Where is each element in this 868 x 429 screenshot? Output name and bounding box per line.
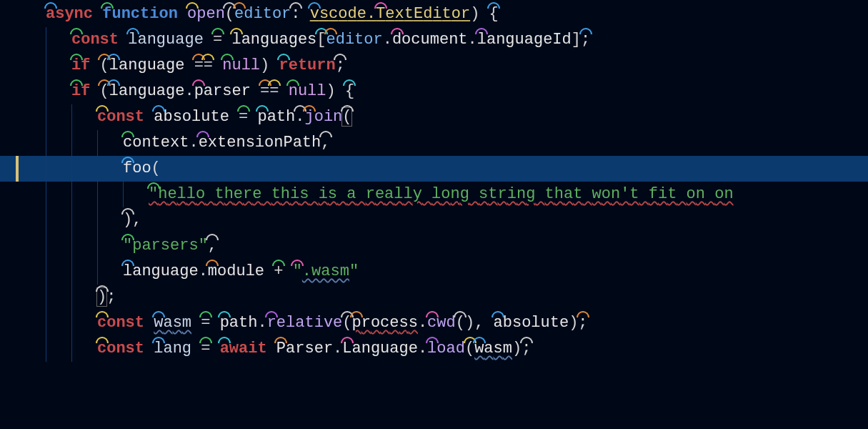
code-line[interactable]: context.extensionPath, — [0, 130, 868, 156]
code-line[interactable]: foo( — [0, 156, 868, 182]
code-line[interactable]: async function open(editor: vscode.TextE… — [0, 1, 868, 27]
code-line[interactable]: language.module + ".wasm" — [0, 259, 868, 285]
code-line[interactable]: const absolute = path.join( — [0, 104, 868, 130]
code-token: ( — [151, 159, 161, 177]
code-line[interactable]: if (language == null) return; — [0, 53, 868, 79]
code-line[interactable]: if (language.parser == null) { — [0, 79, 868, 104]
code-line[interactable]: "parsers", — [0, 233, 868, 259]
code-token: " — [349, 262, 359, 280]
code-token: ) — [326, 82, 335, 100]
code-line[interactable]: "hello there this is a really long strin… — [0, 182, 868, 207]
code-line[interactable]: const language = languages[editor.docume… — [0, 27, 868, 53]
code-line[interactable]: const lang = await Parser.Language.load(… — [0, 336, 868, 362]
code-token: , — [474, 314, 484, 332]
code-token: ) — [470, 5, 479, 23]
code-line[interactable]: ), — [0, 207, 868, 233]
code-line[interactable]: ); — [0, 285, 868, 310]
code-line[interactable]: const wasm = path.relative(process.cwd()… — [0, 310, 868, 336]
code-token: ) — [260, 56, 269, 74]
code-token: .wasm — [302, 262, 349, 280]
code-editor[interactable]: async function open(editor: vscode.TextE… — [0, 0, 868, 362]
